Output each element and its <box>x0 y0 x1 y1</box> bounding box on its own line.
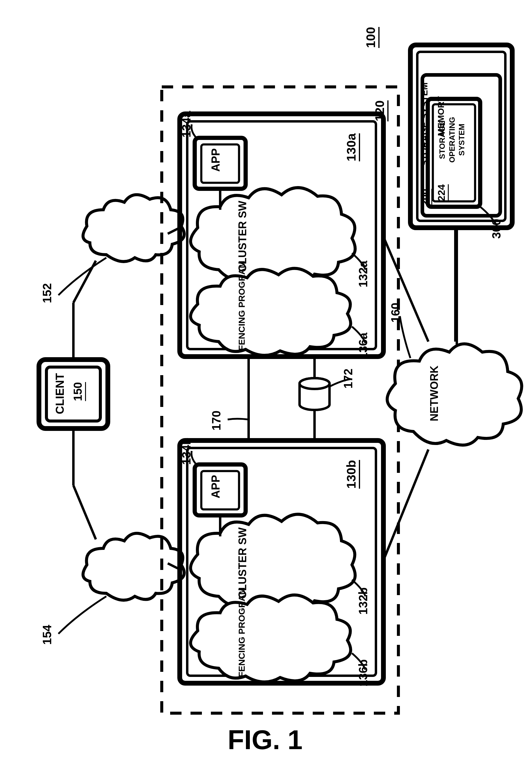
svg-point-20 <box>300 378 330 389</box>
client-cloud-top <box>83 195 184 261</box>
heartbeat-ref: 170 <box>210 411 223 431</box>
storage-label: STORAGE SYSTEM <box>419 82 429 166</box>
quorum-ref: 172 <box>341 368 355 389</box>
storage-ref: 200 <box>419 189 430 206</box>
svg-line-22 <box>383 450 428 560</box>
svg-line-6 <box>73 486 96 539</box>
node-b-ref: 130b <box>344 460 358 489</box>
fencing-b: FENCING PROGRAM <box>237 587 247 677</box>
fencing-cloud-b <box>191 595 350 682</box>
network-label: NETWORK <box>428 365 440 421</box>
cluster-sw-cloud-b <box>191 514 355 610</box>
client-ref: 150 <box>72 382 84 401</box>
sos-ref: 300 <box>490 219 503 239</box>
figure-label: FIG. 1 <box>228 725 303 755</box>
fencing-a-ref: 136a <box>356 332 370 359</box>
cluster-ref: 120 <box>373 100 387 121</box>
app-a-ref: 134a <box>180 111 193 137</box>
cluster-sw-cloud-a <box>191 188 355 283</box>
app-b-label: APP <box>210 475 222 498</box>
network-cloud <box>387 344 522 445</box>
memory-ref: 224 <box>436 184 447 201</box>
app-a-label: APP <box>210 148 222 172</box>
sos-label: STORAGE OPERATING SYSTEM <box>437 117 467 163</box>
client-cloud-bottom <box>83 533 184 600</box>
svg-line-21 <box>383 237 428 341</box>
fencing-cloud-a <box>191 268 350 355</box>
quorum-disk <box>300 378 330 410</box>
cluster-sw-a-ref: 132a <box>356 261 370 287</box>
client-label: CLIENT <box>54 373 67 414</box>
app-b-ref: 134b <box>180 438 193 465</box>
network-ref: 160 <box>389 303 402 323</box>
fencing-b-ref: 136b <box>356 659 370 687</box>
node-a-ref: 130a <box>344 133 358 161</box>
cloud-top-ref: 152 <box>40 283 54 303</box>
fencing-a: FENCING PROGRAM <box>237 261 247 350</box>
cloud-bot-ref: 154 <box>40 625 54 645</box>
overall-ref: 100 <box>364 27 378 48</box>
cluster-sw-b-ref: 132b <box>356 587 370 615</box>
